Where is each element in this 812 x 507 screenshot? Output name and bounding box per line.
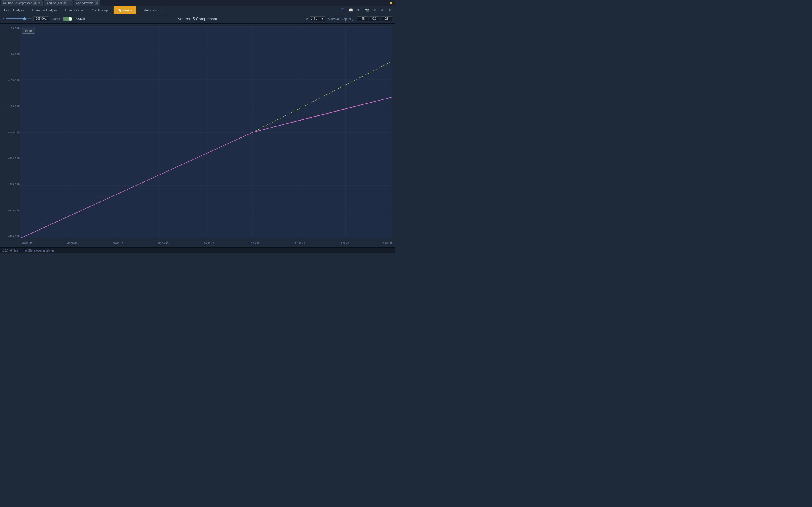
tab-hardware[interactable]: Use hardware M (74, 0, 101, 6)
icon-gear[interactable]: ⚙ (387, 7, 394, 13)
y-label-7: −42.00 dB (3, 209, 20, 212)
store-button[interactable]: Store (22, 28, 35, 34)
y-label-0: 0.00 dB (3, 27, 20, 30)
freq-slider-thumb[interactable] (23, 17, 26, 20)
y-label-8: −48.00 dB (3, 235, 20, 238)
tab-neutron-m[interactable]: M (33, 1, 37, 5)
x-axis: −48.00 dB −42.00 dB −36.00 dB −30.00 dB … (20, 242, 392, 244)
y-label-2: −12.00 dB (3, 79, 20, 82)
window-dot[interactable] (390, 2, 393, 4)
tab-load[interactable]: Load #2 (file) M X (44, 0, 73, 6)
y-label-4: −24.00 dB (3, 131, 20, 134)
ramp-label: Ramp (52, 17, 60, 20)
x-label-3: −30.00 dB (157, 242, 168, 244)
tab-performance-label: Performance (140, 8, 158, 12)
tab-hardware-m[interactable]: M (95, 1, 99, 5)
y-label-3: −18.00 dB (3, 105, 20, 108)
tab-harmonic-label: HarmonicAnalysis (33, 8, 57, 12)
icon-112[interactable]: 112 (371, 7, 378, 13)
time-chevron-icon: ▼ (321, 17, 324, 20)
x-label-5: −18.00 dB (248, 242, 259, 244)
tab-load-m[interactable]: M (63, 1, 67, 5)
max-box[interactable]: 0.0 (369, 16, 380, 21)
icon-list[interactable]: ☰ (340, 7, 346, 13)
step-box[interactable]: .25 (380, 16, 392, 21)
icon-book[interactable]: 📖 (347, 7, 354, 13)
x-label-4: −24.00 dB (202, 242, 214, 244)
toggle-knob (68, 17, 72, 20)
x-label-2: −36.00 dB (111, 242, 123, 244)
y-label-1: −6.00 dB (3, 53, 20, 55)
tab-neutron-label: Neutron 5 Compressor (3, 1, 32, 4)
time-label: T: (306, 17, 308, 20)
status-bar: 2.3.7 (64 bit) ian@ianstewartmusic.us (0, 247, 395, 253)
nav-tabs: LinearAnalysis HarmonicAnalysis Hammerst… (0, 6, 395, 14)
tab-group-1: Neutron 5 Compressor M X (1, 0, 43, 6)
tab-group-2: Load #2 (file) M X (44, 0, 73, 6)
chart-svg (20, 26, 392, 238)
time-select[interactable]: 1.5 s ▼ (310, 16, 325, 21)
ramp-toggle[interactable] (63, 17, 72, 21)
tab-load-label: Load #2 (file) (46, 1, 62, 4)
freq-slider-fill (6, 18, 24, 19)
x-label-8: 0.00 dB (383, 242, 392, 244)
attrel-label: Att/Rel (75, 17, 85, 20)
time-value: 1.5 s (311, 17, 317, 20)
x-label-6: −12.00 dB (294, 242, 305, 244)
tab-performance[interactable]: Performance (137, 6, 162, 14)
tab-hammerstein[interactable]: Hammerstein (61, 6, 88, 14)
y-axis: 0.00 dB −6.00 dB −12.00 dB −18.00 dB −24… (3, 26, 20, 238)
mmstep-label: Min/Max/Step [dB]: (328, 17, 354, 20)
x-label-0: −48.00 dB (20, 242, 32, 244)
icon-eye[interactable]: 👁 (355, 7, 362, 13)
controls-bar: f: 995.9Hz Ramp Att/Rel Neutron 5 Compre… (0, 14, 395, 24)
min-box[interactable]: -48 (357, 16, 368, 21)
tab-dynamics[interactable]: Dynamics (114, 6, 137, 14)
icon-camera[interactable]: 📷 (363, 7, 370, 13)
freq-control: f: 995.9Hz (3, 16, 49, 21)
main-content: 0.00 dB −6.00 dB −12.00 dB −18.00 dB −24… (0, 24, 395, 247)
version-label: 2.3.7 (64 bit) (2, 249, 18, 252)
toggle-track[interactable] (63, 17, 72, 21)
mmstep-values: -48 0.0 .25 (357, 16, 392, 21)
x-label-1: −42.00 dB (66, 242, 77, 244)
x-label-7: −6.00 dB (339, 242, 349, 244)
y-label-6: −36.00 dB (3, 183, 20, 186)
chart-title: Neutron 5 Compressor (177, 17, 217, 21)
y-label-5: −30.00 dB (3, 157, 20, 160)
title-bar: Neutron 5 Compressor M X Load #2 (file) … (0, 0, 395, 6)
tab-neutron[interactable]: Neutron 5 Compressor M X (1, 0, 43, 6)
icon-export[interactable]: ⇗ (379, 7, 386, 13)
tab-dynamics-label: Dynamics (117, 8, 132, 12)
freq-slider[interactable] (6, 18, 32, 19)
nav-icons: ☰ 📖 👁 📷 112 ⇗ ⚙ (340, 7, 394, 13)
tab-linear[interactable]: LinearAnalysis (0, 6, 29, 14)
user-label: ian@ianstewartmusic.us (24, 249, 54, 252)
freq-label: f: (3, 17, 4, 20)
tab-oscilloscope[interactable]: Oscilloscope (88, 6, 114, 14)
tab-oscilloscope-label: Oscilloscope (92, 8, 109, 12)
freq-value[interactable]: 995.9Hz (33, 16, 49, 21)
tab-linear-label: LinearAnalysis (4, 8, 24, 12)
tab-group-3: Use hardware M (74, 0, 101, 6)
chart-wrapper: 0.00 dB −6.00 dB −12.00 dB −18.00 dB −24… (3, 26, 392, 244)
tab-hammerstein-label: Hammerstein (65, 8, 84, 12)
tab-harmonic[interactable]: HarmonicAnalysis (29, 6, 61, 14)
tab-neutron-x[interactable]: X (38, 2, 41, 4)
tab-hardware-label: Use hardware (76, 1, 94, 4)
time-control: T: 1.5 s ▼ (306, 16, 325, 21)
tab-load-x[interactable]: X (68, 2, 71, 4)
